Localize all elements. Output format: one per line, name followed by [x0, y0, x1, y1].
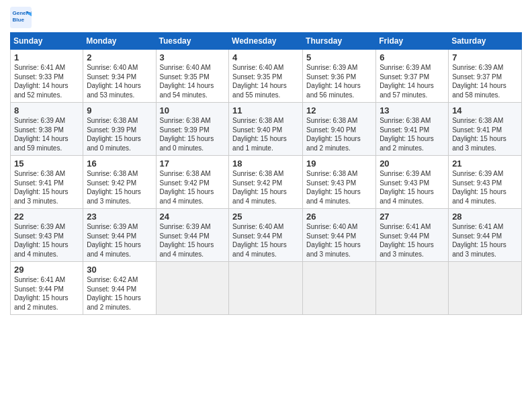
calendar-cell: 7Sunrise: 6:39 AM Sunset: 9:37 PM Daylig… [449, 50, 522, 103]
cell-info: Sunrise: 6:39 AM Sunset: 9:44 PM Dayligh… [87, 222, 152, 259]
week-row-1: 1Sunrise: 6:41 AM Sunset: 9:33 PM Daylig… [11, 50, 522, 103]
day-number: 15 [14, 158, 79, 169]
day-number: 11 [232, 105, 299, 116]
day-number: 22 [14, 212, 79, 222]
week-row-3: 15Sunrise: 6:38 AM Sunset: 9:41 PM Dayli… [11, 156, 522, 209]
calendar-cell: 18Sunrise: 6:38 AM Sunset: 9:42 PM Dayli… [229, 156, 303, 209]
calendar-cell: 12Sunrise: 6:38 AM Sunset: 9:40 PM Dayli… [303, 103, 376, 156]
col-header-thursday: Thursday [303, 33, 376, 50]
calendar-cell: 16Sunrise: 6:38 AM Sunset: 9:42 PM Dayli… [83, 156, 156, 209]
day-number: 5 [306, 52, 372, 62]
calendar-cell: 8Sunrise: 6:39 AM Sunset: 9:38 PM Daylig… [11, 103, 83, 156]
svg-text:Blue: Blue [13, 17, 25, 23]
week-row-2: 8Sunrise: 6:39 AM Sunset: 9:38 PM Daylig… [11, 103, 522, 156]
calendar-cell: 17Sunrise: 6:38 AM Sunset: 9:42 PM Dayli… [156, 156, 229, 209]
calendar-cell: 24Sunrise: 6:39 AM Sunset: 9:44 PM Dayli… [156, 209, 229, 262]
col-header-sunday: Sunday [11, 33, 83, 50]
day-number: 18 [232, 158, 299, 169]
cell-info: Sunrise: 6:39 AM Sunset: 9:43 PM Dayligh… [380, 169, 445, 205]
page: General Blue SundayMondayTuesdayWednesda… [0, 0, 532, 411]
cell-info: Sunrise: 6:38 AM Sunset: 9:41 PM Dayligh… [14, 169, 79, 205]
cell-info: Sunrise: 6:41 AM Sunset: 9:33 PM Dayligh… [14, 63, 79, 99]
day-number: 13 [380, 105, 445, 116]
day-number: 21 [452, 158, 518, 169]
day-number: 29 [14, 265, 79, 275]
day-number: 2 [87, 52, 152, 62]
calendar-cell: 6Sunrise: 6:39 AM Sunset: 9:37 PM Daylig… [376, 50, 449, 103]
day-number: 28 [452, 212, 518, 222]
cell-info: Sunrise: 6:39 AM Sunset: 9:38 PM Dayligh… [14, 116, 79, 152]
week-row-4: 22Sunrise: 6:39 AM Sunset: 9:43 PM Dayli… [11, 209, 522, 262]
calendar-cell: 2Sunrise: 6:40 AM Sunset: 9:34 PM Daylig… [83, 50, 156, 103]
calendar-header-row: SundayMondayTuesdayWednesdayThursdayFrid… [11, 33, 522, 50]
day-number: 9 [87, 105, 152, 116]
calendar-table: SundayMondayTuesdayWednesdayThursdayFrid… [10, 32, 522, 315]
header: General Blue [10, 7, 522, 28]
cell-info: Sunrise: 6:38 AM Sunset: 9:39 PM Dayligh… [160, 116, 226, 152]
calendar-cell: 15Sunrise: 6:38 AM Sunset: 9:41 PM Dayli… [11, 156, 83, 209]
calendar-body: 1Sunrise: 6:41 AM Sunset: 9:33 PM Daylig… [11, 50, 522, 315]
day-number: 16 [87, 158, 152, 169]
col-header-tuesday: Tuesday [156, 33, 229, 50]
cell-info: Sunrise: 6:40 AM Sunset: 9:44 PM Dayligh… [232, 222, 299, 259]
day-number: 24 [160, 212, 226, 222]
calendar-cell: 11Sunrise: 6:38 AM Sunset: 9:40 PM Dayli… [229, 103, 303, 156]
calendar-cell: 1Sunrise: 6:41 AM Sunset: 9:33 PM Daylig… [11, 50, 83, 103]
logo: General Blue [10, 7, 34, 28]
cell-info: Sunrise: 6:38 AM Sunset: 9:43 PM Dayligh… [306, 169, 372, 205]
cell-info: Sunrise: 6:38 AM Sunset: 9:41 PM Dayligh… [452, 116, 518, 152]
calendar-cell: 30Sunrise: 6:42 AM Sunset: 9:44 PM Dayli… [83, 262, 156, 315]
cell-info: Sunrise: 6:40 AM Sunset: 9:35 PM Dayligh… [232, 63, 299, 99]
cell-info: Sunrise: 6:39 AM Sunset: 9:37 PM Dayligh… [380, 63, 445, 99]
cell-info: Sunrise: 6:40 AM Sunset: 9:44 PM Dayligh… [306, 222, 372, 259]
calendar-cell: 9Sunrise: 6:38 AM Sunset: 9:39 PM Daylig… [83, 103, 156, 156]
cell-info: Sunrise: 6:39 AM Sunset: 9:43 PM Dayligh… [14, 222, 79, 259]
day-number: 1 [14, 52, 79, 62]
calendar-cell: 19Sunrise: 6:38 AM Sunset: 9:43 PM Dayli… [303, 156, 376, 209]
day-number: 27 [380, 212, 445, 222]
day-number: 4 [232, 52, 299, 62]
day-number: 8 [14, 105, 79, 116]
cell-info: Sunrise: 6:38 AM Sunset: 9:42 PM Dayligh… [160, 169, 226, 205]
cell-info: Sunrise: 6:41 AM Sunset: 9:44 PM Dayligh… [14, 275, 79, 312]
cell-info: Sunrise: 6:39 AM Sunset: 9:43 PM Dayligh… [452, 169, 518, 205]
calendar-cell: 28Sunrise: 6:41 AM Sunset: 9:44 PM Dayli… [449, 209, 522, 262]
day-number: 14 [452, 105, 518, 116]
day-number: 3 [160, 52, 226, 62]
day-number: 23 [87, 212, 152, 222]
col-header-wednesday: Wednesday [229, 33, 303, 50]
calendar-cell [156, 262, 229, 315]
week-row-5: 29Sunrise: 6:41 AM Sunset: 9:44 PM Dayli… [11, 262, 522, 315]
day-number: 17 [160, 158, 226, 169]
calendar-cell [376, 262, 449, 315]
calendar-cell: 26Sunrise: 6:40 AM Sunset: 9:44 PM Dayli… [303, 209, 376, 262]
cell-info: Sunrise: 6:39 AM Sunset: 9:44 PM Dayligh… [160, 222, 226, 259]
cell-info: Sunrise: 6:38 AM Sunset: 9:41 PM Dayligh… [380, 116, 445, 152]
cell-info: Sunrise: 6:38 AM Sunset: 9:42 PM Dayligh… [87, 169, 152, 205]
logo-icon: General Blue [10, 7, 32, 28]
calendar-cell: 10Sunrise: 6:38 AM Sunset: 9:39 PM Dayli… [156, 103, 229, 156]
day-number: 19 [306, 158, 372, 169]
col-header-saturday: Saturday [449, 33, 522, 50]
calendar-cell: 4Sunrise: 6:40 AM Sunset: 9:35 PM Daylig… [229, 50, 303, 103]
cell-info: Sunrise: 6:39 AM Sunset: 9:37 PM Dayligh… [452, 63, 518, 99]
calendar-cell: 25Sunrise: 6:40 AM Sunset: 9:44 PM Dayli… [229, 209, 303, 262]
calendar-cell [449, 262, 522, 315]
calendar-cell: 5Sunrise: 6:39 AM Sunset: 9:36 PM Daylig… [303, 50, 376, 103]
calendar-cell [303, 262, 376, 315]
cell-info: Sunrise: 6:41 AM Sunset: 9:44 PM Dayligh… [380, 222, 445, 259]
cell-info: Sunrise: 6:38 AM Sunset: 9:42 PM Dayligh… [232, 169, 299, 205]
calendar-cell [229, 262, 303, 315]
col-header-monday: Monday [83, 33, 156, 50]
calendar-cell: 21Sunrise: 6:39 AM Sunset: 9:43 PM Dayli… [449, 156, 522, 209]
calendar-cell: 14Sunrise: 6:38 AM Sunset: 9:41 PM Dayli… [449, 103, 522, 156]
calendar-cell: 3Sunrise: 6:40 AM Sunset: 9:35 PM Daylig… [156, 50, 229, 103]
cell-info: Sunrise: 6:38 AM Sunset: 9:40 PM Dayligh… [306, 116, 372, 152]
calendar-cell: 20Sunrise: 6:39 AM Sunset: 9:43 PM Dayli… [376, 156, 449, 209]
cell-info: Sunrise: 6:38 AM Sunset: 9:39 PM Dayligh… [87, 116, 152, 152]
calendar-cell: 23Sunrise: 6:39 AM Sunset: 9:44 PM Dayli… [83, 209, 156, 262]
calendar-cell: 22Sunrise: 6:39 AM Sunset: 9:43 PM Dayli… [11, 209, 83, 262]
day-number: 12 [306, 105, 372, 116]
cell-info: Sunrise: 6:40 AM Sunset: 9:35 PM Dayligh… [160, 63, 226, 99]
calendar-cell: 29Sunrise: 6:41 AM Sunset: 9:44 PM Dayli… [11, 262, 83, 315]
